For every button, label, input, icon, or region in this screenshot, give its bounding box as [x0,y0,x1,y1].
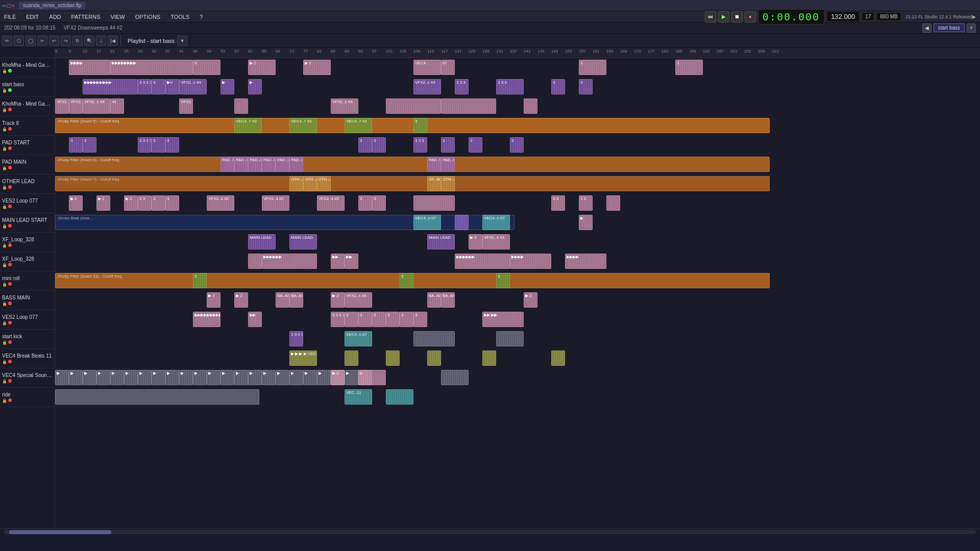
clip-track8[interactable]: ▶ [579,215,593,230]
clip-track5[interactable]: PAD..IN [441,157,455,172]
lock-icon-1[interactable]: 🔒 [2,88,7,93]
clip-track1[interactable]: ▶ [220,79,234,94]
clip-track2[interactable]: VFX2..s 44 [331,98,358,114]
track-status-dot-12[interactable] [8,302,12,305]
clip-track4[interactable]: 3 [69,137,83,153]
lock-icon-2[interactable]: 🔒 [2,108,7,112]
clip-track2[interactable] [386,98,441,114]
clip-track12[interactable]: ▶ 2 [524,292,537,308]
track-header-7[interactable]: VES2 Loop 077🔒 [0,194,55,213]
clip-track4[interactable]: 3 [441,137,455,153]
clip-track6[interactable]: OTH..AD [317,176,331,191]
clip-track6[interactable]: OTH..AD [289,176,303,191]
clip-track1[interactable]: 3 3 3 [496,79,524,94]
track-status-dot-0[interactable] [8,69,12,72]
clip-track5[interactable]: PAD..IN [248,157,262,172]
lock-icon-6[interactable]: 🔒 [2,185,7,190]
menu-edit[interactable]: EDIT [24,13,41,21]
clip-track13[interactable]: 3 [372,312,386,327]
clip-track14[interactable] [496,331,524,346]
clip-track0[interactable]: 3 [675,60,703,75]
select-tool-btn[interactable]: ⬡ [14,36,24,46]
clip-track13[interactable]: 3 [386,312,400,327]
track-header-13[interactable]: VES2 Loop 077🔒 [0,310,55,330]
track-header-11[interactable]: mini roll🔒 [0,271,55,291]
clip-track7[interactable] [413,195,455,211]
horizontal-scrollbar[interactable] [0,529,980,535]
track-header-17[interactable]: ride🔒 [0,388,55,407]
back-to-start-btn[interactable]: ⏮ [705,11,716,22]
clip-track1[interactable]: 3 [579,79,593,94]
clip-track7[interactable]: VFX2..4 #2 [207,195,234,211]
metronome-btn[interactable]: ♩ [96,36,106,46]
track-status-dot-7[interactable] [8,205,12,208]
lock-icon-13[interactable]: 🔒 [2,321,7,325]
lock-icon-3[interactable]: 🔒 [2,127,7,132]
erase-tool-btn[interactable]: ◯ [26,36,36,46]
clip-track4[interactable]: 3 [165,137,179,153]
clip-track15[interactable] [427,350,441,366]
track-status-dot-10[interactable] [8,263,12,266]
track-status-dot-2[interactable] [8,108,12,111]
loop-btn[interactable]: ↻ [72,36,83,46]
lock-icon-4[interactable]: 🔒 [2,146,7,151]
clip-track7[interactable]: VFX2..4 #2 [262,195,289,211]
track-header-14[interactable]: start kick🔒 [0,330,55,349]
clip-track15[interactable] [551,350,565,366]
lock-icon-5[interactable]: 🔒 [2,166,7,170]
clip-track17[interactable]: VEC..11 [345,389,372,405]
clip-track15[interactable] [345,350,358,366]
clip-track10[interactable] [248,254,262,269]
clip-track5[interactable]: PAD..IN [220,157,234,172]
track-status-dot-14[interactable] [8,340,12,344]
clip-track6[interactable]: OT..AD [427,176,441,191]
track-header-5[interactable]: PAD MAIN🔒 [0,155,55,174]
track-header-12[interactable]: BASS MAIN🔒 [0,291,55,310]
clip-track12[interactable]: BA..AIN [427,292,441,308]
clip-track13[interactable]: 3 [345,312,358,327]
clip-track1[interactable]: 3 [551,79,565,94]
clip-track1[interactable]: 3 3 3 [455,79,469,94]
undo-btn[interactable]: ↩ [49,36,59,46]
lock-icon-0[interactable]: 🔒 [2,69,7,73]
clip-track1[interactable]: 3 3 3 3 [138,79,152,94]
stop-btn[interactable]: ⏹ [731,11,743,22]
auto-clip-track6[interactable]: ♪Fruity Filter (Insert 7) - Cutoff freq [55,176,770,191]
lock-icon-8[interactable]: 🔒 [2,224,7,229]
clip-track1[interactable]: VFX2..s 44 [179,79,207,94]
clip-track4[interactable]: 3 [152,137,165,153]
start-bass-display[interactable]: start bass [934,23,965,32]
zoom-btn[interactable]: 🔍 [84,36,94,46]
clip-track2[interactable]: VFX2..s 44 [83,98,110,114]
clip-track10[interactable]: ▶▶▶▶ [565,254,606,269]
clip-track13[interactable]: ▶▶ [248,312,262,327]
clip-track8[interactable] [455,215,469,230]
clip-track16[interactable]: ▶ [55,370,69,385]
clip-track16[interactable]: ▶ [345,370,358,385]
clip-track16[interactable]: ▶ [138,370,152,385]
clip-track1[interactable]: VFX2..s 44 [413,79,441,94]
lock-icon-11[interactable]: 🔒 [2,282,7,287]
lock-icon-16[interactable]: 🔒 [2,379,7,384]
clip-track2[interactable] [524,98,537,114]
clip-track7[interactable]: 3 3 [138,195,152,211]
clip-track4[interactable]: 3 [358,137,372,153]
clip-track9[interactable]: MAIN LEAD [248,234,276,249]
track-header-6[interactable]: OTHER LEAD🔒 [0,174,55,194]
clip-track7[interactable] [606,195,620,211]
clip-track16[interactable]: ▶ [110,370,124,385]
menu-add[interactable]: ADD [47,13,63,21]
clip-track16[interactable]: ▶ [83,370,96,385]
clip-track7[interactable]: 3 3 [579,195,593,211]
clip-track8[interactable]: VEC4..n 07 [482,215,510,230]
track-header-3[interactable]: Track 8🔒 [0,116,55,136]
track-header-2[interactable]: KhoMha - Mind Gam...🔒 [0,97,55,116]
clip-track4[interactable]: 3 [469,137,482,153]
clip-track3[interactable]: VEC4..7 #2 [234,118,262,133]
track-header-9[interactable]: XF_Loop_328🔒 [0,233,55,252]
bpm-display[interactable]: 132.000 [826,11,860,22]
clip-track14[interactable]: VEC4..n 07 [345,331,372,346]
clip-track15[interactable] [386,350,400,366]
clip-track16[interactable]: ▶ [317,370,331,385]
clip-track17[interactable] [386,389,413,405]
